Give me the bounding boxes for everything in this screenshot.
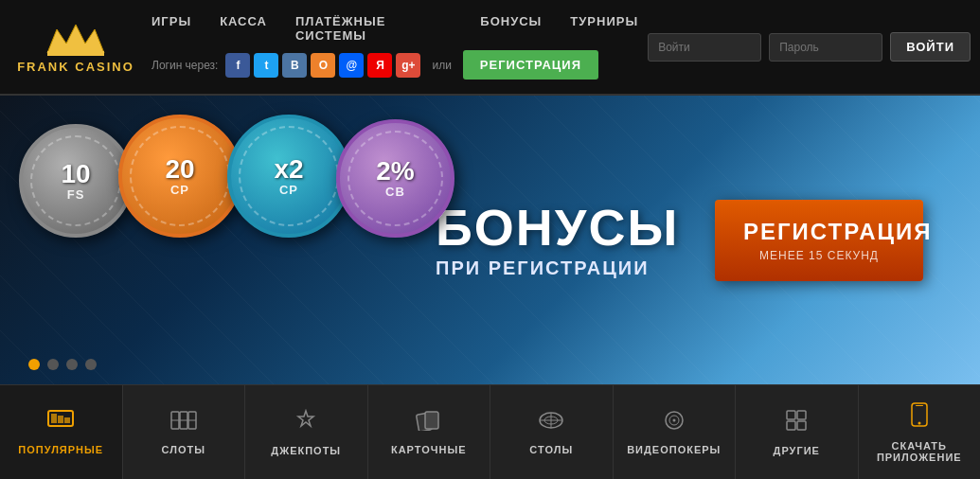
videopoker-icon: [661, 410, 687, 436]
social-gplus[interactable]: g+: [396, 53, 420, 78]
svg-rect-5: [64, 417, 70, 423]
cards-icon: [416, 410, 442, 436]
social-yandex[interactable]: Я: [367, 53, 392, 78]
banner-reg-main: РЕГИСТРАЦИЯ: [743, 219, 895, 245]
nav-label-app: СКАЧАТЬ ПРИЛОЖЕНИЕ: [864, 440, 976, 463]
chip-10fs: 10 FS: [19, 124, 133, 238]
banner-dots: [28, 359, 97, 370]
or-label: или: [432, 59, 451, 72]
chip-2pcb: 2% СВ: [336, 119, 454, 238]
svg-point-19: [672, 418, 675, 421]
social-mail[interactable]: @: [339, 53, 364, 78]
nav-label-other: ДРУГИЕ: [774, 445, 820, 456]
svg-rect-4: [58, 416, 63, 423]
svg-rect-3: [51, 414, 57, 423]
nav-label-cards: КАРТОЧНЫЕ: [391, 444, 467, 455]
register-button[interactable]: РЕГИСТРАЦИЯ: [463, 50, 598, 80]
nav-item-slots[interactable]: СЛОТЫ: [123, 385, 246, 479]
auth-area: ВОЙТИ: [648, 32, 971, 62]
nav-area: ИГРЫ КАССА ПЛАТЁЖНЫЕ СИСТЕМЫ БОНУСЫ ТУРН…: [142, 14, 638, 80]
bonus-sub-text: ПРИ РЕГИСТРАЦИИ: [436, 257, 679, 279]
nav-label-slots: СЛОТЫ: [162, 444, 205, 455]
slots-icon: [170, 410, 197, 436]
other-icon: [785, 409, 808, 437]
svg-marker-10: [298, 411, 313, 426]
svg-rect-20: [787, 411, 795, 419]
top-nav: ИГРЫ КАССА ПЛАТЁЖНЫЕ СИСТЕМЫ БОНУСЫ ТУРН…: [151, 14, 638, 43]
bonus-main-text: БОНУСЫ: [436, 202, 679, 253]
banner-dot-2[interactable]: [47, 359, 59, 370]
svg-point-26: [918, 421, 920, 424]
svg-rect-22: [787, 421, 795, 430]
banner-dot-1[interactable]: [28, 359, 40, 370]
nav-label-tables: СТОЛЫ: [529, 444, 573, 455]
logo-crown-icon: [43, 20, 109, 58]
nav-payment[interactable]: ПЛАТЁЖНЫЕ СИСТЕМЫ: [295, 14, 452, 43]
social-twitter[interactable]: t: [254, 53, 278, 78]
nav-tournaments[interactable]: ТУРНИРЫ: [570, 14, 638, 43]
bottom-nav: ПОПУЛЯРНЫЕ СЛОТЫ ДЖЕКПОТЫ КАРТОЧНЫЕ: [0, 384, 980, 479]
banner-dot-4[interactable]: [85, 359, 97, 370]
svg-marker-0: [47, 25, 104, 53]
banner-dot-3[interactable]: [66, 359, 78, 370]
social-vk[interactable]: В: [282, 53, 307, 78]
nav-item-cards[interactable]: КАРТОЧНЫЕ: [368, 385, 491, 479]
nav-bonuses[interactable]: БОНУСЫ: [480, 14, 542, 43]
nav-label-jackpots: ДЖЕКПОТЫ: [271, 445, 341, 456]
nav-item-videopoker[interactable]: ВИДЕОПОКЕРЫ: [614, 385, 737, 479]
nav-item-app[interactable]: СКАЧАТЬ ПРИЛОЖЕНИЕ: [859, 385, 981, 479]
login-field[interactable]: [648, 33, 761, 62]
banner: 10 FS 20 СР x2 СР 2% СВ БОНУСЫ ПРИ РЕГИС…: [0, 96, 980, 384]
login-row: Логин через: f t В О @ Я g+ или РЕГИСТРА…: [151, 50, 598, 80]
chip-x2cr: x2 СР: [227, 115, 350, 238]
svg-rect-21: [797, 411, 806, 419]
nav-item-jackpots[interactable]: ДЖЕКПОТЫ: [245, 385, 368, 479]
nav-item-popular[interactable]: ПОПУЛЯРНЫЕ: [0, 385, 123, 479]
nav-games[interactable]: ИГРЫ: [151, 14, 191, 43]
social-facebook[interactable]: f: [225, 53, 250, 78]
login-button[interactable]: ВОЙТИ: [890, 32, 971, 62]
svg-rect-25: [916, 405, 923, 406]
svg-rect-23: [797, 421, 806, 430]
tables-icon: [538, 410, 564, 436]
app-icon: [911, 402, 928, 433]
nav-label-videopoker: ВИДЕОПОКЕРЫ: [627, 444, 721, 455]
nav-item-tables[interactable]: СТОЛЫ: [490, 385, 614, 479]
header: FRANK CASINO ИГРЫ КАССА ПЛАТЁЖНЫЕ СИСТЕМ…: [0, 0, 980, 96]
svg-rect-12: [425, 412, 438, 429]
popular-icon: [47, 410, 74, 436]
social-icons: f t В О @ Я g+: [225, 53, 420, 78]
chips-area: 10 FS 20 СР x2 СР 2% СВ: [0, 115, 454, 238]
nav-label-popular: ПОПУЛЯРНЫЕ: [18, 444, 103, 455]
login-via-label: Логин через:: [151, 59, 218, 72]
jackpots-icon: [294, 409, 317, 437]
banner-reg-sub: МЕНЕЕ 15 СЕКУНД: [743, 249, 895, 262]
logo-text: FRANK CASINO: [17, 60, 134, 74]
svg-rect-1: [47, 51, 104, 56]
bonus-text-area: БОНУСЫ ПРИ РЕГИСТРАЦИИ: [436, 202, 679, 279]
banner-register-button[interactable]: РЕГИСТРАЦИЯ МЕНЕЕ 15 СЕКУНД: [715, 200, 923, 281]
logo-area: FRANK CASINO: [9, 20, 142, 74]
chip-20cr: 20 СР: [118, 115, 241, 238]
nav-cash[interactable]: КАССА: [220, 14, 267, 43]
social-ok[interactable]: О: [311, 53, 335, 78]
nav-item-other[interactable]: ДРУГИЕ: [736, 385, 859, 479]
password-field[interactable]: [769, 33, 882, 62]
